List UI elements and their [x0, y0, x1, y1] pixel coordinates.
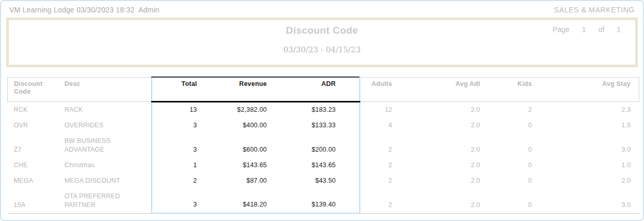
cell-code: MEGA	[8, 173, 58, 189]
table-row: CHE Christmas 1 $143.65 $143.65 2 2.0 0 …	[8, 158, 639, 173]
cell-code: CHE	[8, 158, 58, 173]
column-header-revenue[interactable]: Revenue	[203, 77, 273, 101]
department-label: SALES & MARKETING	[554, 6, 635, 14]
table-header-row: Discount Code Desc Total Revenue ADR Adu…	[8, 77, 639, 101]
cell-revenue: $87.00	[203, 173, 273, 189]
cell-desc: OVERRIDES	[58, 118, 152, 134]
cell-desc: BW BUSINESS ADVANTAGE	[58, 134, 152, 158]
cell-total: 2	[152, 173, 203, 189]
totals-adr: $161.23	[273, 213, 360, 221]
cell-total: 3	[152, 189, 203, 213]
totals-adults: 24	[360, 213, 399, 221]
page-of-label: of	[598, 25, 605, 34]
cell-adr: $133.33	[273, 118, 360, 134]
cell-adults: 2	[360, 158, 399, 173]
cell-avg-stay: 2.0	[538, 173, 639, 189]
page-number: 1	[582, 25, 586, 34]
page-indicator: Page 1 of 1	[552, 25, 621, 34]
cell-code: 15A	[8, 189, 58, 213]
cell-adults: 2	[360, 173, 399, 189]
cell-adults: 12	[360, 101, 399, 118]
cell-total: 13	[152, 101, 203, 118]
column-header-discount-code[interactable]: Discount Code	[8, 77, 58, 101]
cell-avg-adl: 2.0	[399, 134, 487, 158]
report-header-box: Discount Code 03/30/23 - 04/15/23 Page 1…	[6, 18, 638, 67]
totals-total: 25	[152, 213, 203, 221]
cell-code: Z7	[8, 134, 58, 158]
cell-total: 1	[152, 158, 203, 173]
cell-adr: $139.40	[273, 189, 360, 213]
cell-kids: 0	[487, 158, 538, 173]
cell-kids: 0	[487, 134, 538, 158]
cell-code: RCK	[8, 101, 58, 118]
cell-revenue: $143.65	[203, 158, 273, 173]
cell-revenue: $600.00	[203, 134, 273, 158]
cell-revenue: $418.20	[203, 189, 273, 213]
report-date-range: 03/30/23 - 04/15/23	[9, 45, 635, 54]
cell-desc: RACK	[58, 101, 152, 118]
cell-avg-adl: 2.0	[399, 189, 487, 213]
totals-spacer	[8, 213, 58, 221]
column-header-adr[interactable]: ADR	[273, 77, 360, 101]
table-row: OVR OVERRIDES 3 $400.00 $133.33 4 2.0 0 …	[8, 118, 639, 134]
column-header-total[interactable]: Total	[152, 77, 203, 101]
top-bar: VM Learning Lodge 03/30/2023 18:32 Admin…	[1, 1, 643, 17]
cell-adr: $183.23	[273, 101, 360, 118]
cell-adults: 2	[360, 134, 399, 158]
column-header-adults[interactable]: Adults	[360, 77, 399, 101]
column-header-avg-stay[interactable]: Avg Stay	[538, 77, 639, 101]
cell-revenue: $400.00	[203, 118, 273, 134]
cell-revenue: $2,382.00	[203, 101, 273, 118]
cell-adr: $200.00	[273, 134, 360, 158]
discount-code-table: Discount Code Desc Total Revenue ADR Adu…	[7, 77, 639, 221]
report-table-container: Discount Code Desc Total Revenue ADR Adu…	[1, 77, 643, 221]
table-row: 15A OTA PREFERRED PARTNER 3 $418.20 $139…	[8, 189, 639, 213]
cell-adr: $43.50	[273, 173, 360, 189]
property-and-user-info: VM Learning Lodge 03/30/2023 18:32 Admin	[9, 6, 159, 14]
cell-kids: 0	[487, 189, 538, 213]
totals-label: Totals	[58, 213, 152, 221]
cell-avg-adl: 2.0	[399, 101, 487, 118]
column-header-kids[interactable]: Kids	[487, 77, 538, 101]
cell-desc: MEGA DISCOUNT	[58, 173, 152, 189]
cell-kids: 0	[487, 173, 538, 189]
cell-desc: OTA PREFERRED PARTNER	[58, 189, 152, 213]
cell-avg-adl: 2.0	[399, 173, 487, 189]
cell-desc: Christmas	[58, 158, 152, 173]
report-title: Discount Code	[9, 25, 635, 36]
table-row: RCK RACK 13 $2,382.00 $183.23 12 2.0 2 2…	[8, 101, 639, 118]
table-row: MEGA MEGA DISCOUNT 2 $87.00 $43.50 2 2.0…	[8, 173, 639, 189]
cell-avg-adl: 2.0	[399, 158, 487, 173]
cell-avg-stay: 1.5	[538, 118, 639, 134]
totals-avg-stay	[538, 213, 639, 221]
cell-adults: 2	[360, 189, 399, 213]
cell-avg-stay: 3.0	[538, 134, 639, 158]
cell-total: 3	[152, 134, 203, 158]
table-row: Z7 BW BUSINESS ADVANTAGE 3 $600.00 $200.…	[8, 134, 639, 158]
page-label: Page	[552, 25, 569, 34]
totals-row: Totals 25 $4,030.85 $161.23 24 2.0 2	[8, 213, 639, 221]
cell-avg-stay: 1.0	[538, 158, 639, 173]
page-total: 1	[617, 25, 621, 34]
cell-adults: 4	[360, 118, 399, 134]
cell-kids: 2	[487, 101, 538, 118]
totals-kids: 2	[487, 213, 538, 221]
cell-avg-stay: 2.3	[538, 101, 639, 118]
cell-avg-adl: 2.0	[399, 118, 487, 134]
column-header-desc[interactable]: Desc	[58, 77, 152, 101]
cell-avg-stay: 3.0	[538, 189, 639, 213]
cell-total: 3	[152, 118, 203, 134]
totals-revenue: $4,030.85	[203, 213, 273, 221]
cell-adr: $143.65	[273, 158, 360, 173]
column-header-avg-adl[interactable]: Avg Adl	[399, 77, 487, 101]
cell-code: OVR	[8, 118, 58, 134]
totals-avg-adl: 2.0	[399, 213, 487, 221]
cell-kids: 0	[487, 118, 538, 134]
report-page: VM Learning Lodge 03/30/2023 18:32 Admin…	[0, 0, 644, 221]
